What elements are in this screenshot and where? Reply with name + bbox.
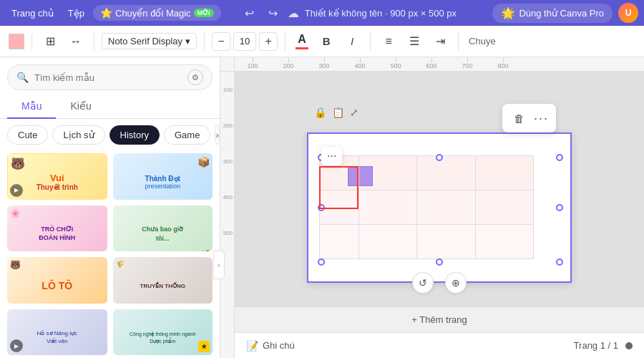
canvas-content[interactable]: 🗑 ··· 🔒 📋 ⤢ ··· xyxy=(235,72,644,358)
template-card-3[interactable]: TRÒ CHƠIĐOÁN HÌNH 🌸 xyxy=(7,205,107,252)
table-layout-button[interactable]: ⊞ xyxy=(39,31,61,52)
undo-button[interactable]: ↩ xyxy=(240,5,258,21)
canvas-with-ruler: 100 200 300 400 500 🗑 ··· xyxy=(220,72,644,358)
handle-mid-right[interactable] xyxy=(556,204,563,211)
status-left: 📝 Ghi chú xyxy=(246,340,295,352)
text-list-button[interactable]: ☰ xyxy=(404,31,425,52)
template-card-1[interactable]: Vui Thuyết trình 🐻 ▶ xyxy=(7,153,107,200)
tab-kieu[interactable]: Kiểu xyxy=(56,95,105,119)
expand-icon[interactable]: ⤢ xyxy=(350,107,358,118)
redo-button[interactable]: ↪ xyxy=(264,5,282,21)
red-selection-box[interactable] xyxy=(319,166,358,209)
chip-lich-su[interactable]: Lịch sử xyxy=(52,125,104,145)
status-right: Trang 1 / 1 xyxy=(574,340,633,351)
tab-mau[interactable]: Mẫu xyxy=(7,95,56,119)
notes-label[interactable]: Ghi chú xyxy=(263,340,295,351)
pro-badge-8: ★ xyxy=(198,341,210,352)
try-pro-button[interactable]: 🌟 Dùng thử Canva Pro xyxy=(492,4,613,23)
ruler-mark-300: 300 xyxy=(306,58,342,69)
template-card-4[interactable]: Chưa bao giờtôi... 🌿 xyxy=(113,205,213,252)
template-card-5[interactable]: LÔ TÔ 🐻 🎯 xyxy=(7,257,107,304)
bold-button[interactable]: B xyxy=(316,31,337,52)
left-panel: 🔍 ⚙ Mẫu Kiểu Cute Lịch sử History Game ›… xyxy=(0,57,220,358)
chip-more-button[interactable]: › xyxy=(215,125,219,145)
divider-4 xyxy=(285,33,286,50)
fill-color-button[interactable] xyxy=(9,34,24,49)
ruler-marks: 100 200 300 400 500 600 700 800 xyxy=(235,57,521,71)
handle-bottom-left[interactable] xyxy=(318,258,325,266)
nav-center: ↩ ↪ ☁ Thiết kế không tên · 900 px × 500 … xyxy=(240,5,457,21)
category-chips: Cute Lịch sử History Game › xyxy=(0,119,220,150)
text-color-button[interactable]: A xyxy=(293,32,311,51)
text-color-A-label: A xyxy=(298,33,306,46)
ruler-left: 100 200 300 400 500 xyxy=(220,72,235,358)
divider-3 xyxy=(204,33,205,50)
handle-bottom-right[interactable] xyxy=(556,258,563,266)
text-indent-button[interactable]: ⇥ xyxy=(429,31,451,52)
template-card-7[interactable]: Hồ sơ Năng lựcViết văn 📚 ▶ xyxy=(7,309,107,356)
copy-icon[interactable]: 📋 xyxy=(332,107,344,118)
ruler-left-mark-200: 200 xyxy=(223,107,233,143)
status-bar: 📝 Ghi chú Trang 1 / 1 xyxy=(235,332,644,358)
main-area: 🔍 ⚙ Mẫu Kiểu Cute Lịch sử History Game ›… xyxy=(0,57,644,358)
add-element-button[interactable]: ⊕ xyxy=(445,272,467,294)
top-nav: Trang chủ Tệp ⭐ Chuyển đổi Magic MỚI ↩ ↪… xyxy=(0,0,644,26)
chip-game[interactable]: Game xyxy=(164,125,210,145)
nav-home[interactable]: Trang chủ xyxy=(6,5,59,21)
element-more-dots[interactable]: ··· xyxy=(327,150,336,163)
ruler-top-container: 100 200 300 400 500 600 700 800 xyxy=(220,57,644,72)
italic-button[interactable]: I xyxy=(341,31,363,52)
delete-button[interactable]: 🗑 xyxy=(509,108,530,128)
doc-title: Thiết kế không tên · 900 px × 500 px xyxy=(305,8,457,19)
element-context-menu[interactable]: ··· xyxy=(321,147,342,165)
template-card-2[interactable]: Thành Đọt presentation 📦 xyxy=(113,153,213,200)
user-avatar[interactable]: U xyxy=(618,3,638,23)
add-page-bar: + Thêm trang xyxy=(235,306,644,332)
template-grid: Vui Thuyết trình 🐻 ▶ Thành Đọt presentat… xyxy=(0,150,220,358)
ruler-mark-400: 400 xyxy=(342,58,378,69)
toolbar-more-label: Chuye xyxy=(469,36,496,47)
ruler-left-mark-300: 300 xyxy=(223,143,233,179)
chip-cute[interactable]: Cute xyxy=(7,125,48,145)
add-page-button[interactable]: + Thêm trang xyxy=(400,311,478,328)
divider-6 xyxy=(458,33,459,50)
text-align-left-button[interactable]: ≡ xyxy=(378,31,399,52)
font-dropdown-icon: ▾ xyxy=(185,36,190,47)
page-indicator: Trang 1 / 1 xyxy=(574,340,618,351)
canvas-page[interactable]: 🗑 ··· 🔒 📋 ⤢ ··· xyxy=(307,132,572,283)
notes-icon: 📝 xyxy=(246,340,258,352)
handle-top-right[interactable] xyxy=(556,154,563,161)
ruler-top: 100 200 300 400 500 600 700 800 xyxy=(235,57,644,72)
font-name-label: Noto Serif Display xyxy=(108,36,182,47)
ruler-mark-600: 600 xyxy=(414,58,449,69)
handle-mid-top[interactable] xyxy=(436,154,443,161)
page-dot-indicator[interactable] xyxy=(625,342,633,349)
nav-magic[interactable]: ⭐ Chuyển đổi Magic MỚI xyxy=(93,5,221,21)
panel-tabs: Mẫu Kiểu xyxy=(0,95,220,119)
font-size-value[interactable]: 10 xyxy=(233,32,256,51)
ruler-mark-800: 800 xyxy=(485,58,521,69)
template-card-6[interactable]: TRUYỀN THỐNG 🌾 xyxy=(113,257,213,304)
filter-icon[interactable]: ⚙ xyxy=(187,69,203,85)
ruler-mark-500: 500 xyxy=(378,58,414,69)
ruler-left-mark-500: 500 xyxy=(223,215,233,251)
chip-history[interactable]: History xyxy=(109,125,160,145)
handle-mid-bottom[interactable] xyxy=(436,258,443,266)
search-bar[interactable]: 🔍 ⚙ xyxy=(7,64,213,90)
column-width-button[interactable]: ↔ xyxy=(65,31,87,52)
more-options-button[interactable]: ··· xyxy=(534,111,549,126)
ruler-mark-700: 700 xyxy=(449,58,485,69)
search-icon: 🔍 xyxy=(16,72,29,83)
search-input[interactable] xyxy=(34,72,182,83)
lock-icon[interactable]: 🔒 xyxy=(314,107,326,118)
rotate-button[interactable]: ↺ xyxy=(412,272,434,294)
canvas-bottom-actions: ↺ ⊕ xyxy=(412,272,467,294)
panel-collapse-handle[interactable]: ‹ xyxy=(213,251,225,279)
play-badge-1: ▶ xyxy=(10,184,23,197)
font-size-increase-button[interactable]: + xyxy=(259,32,278,51)
template-card-8[interactable]: Công nghệ thông minh ngànhDược phẩm 💊 ★ xyxy=(113,309,213,356)
font-family-selector[interactable]: Noto Serif Display ▾ xyxy=(102,33,197,49)
nav-file[interactable]: Tệp xyxy=(62,5,90,21)
font-size-decrease-button[interactable]: − xyxy=(212,32,230,51)
magic-label: Chuyển đổi Magic xyxy=(115,8,191,19)
